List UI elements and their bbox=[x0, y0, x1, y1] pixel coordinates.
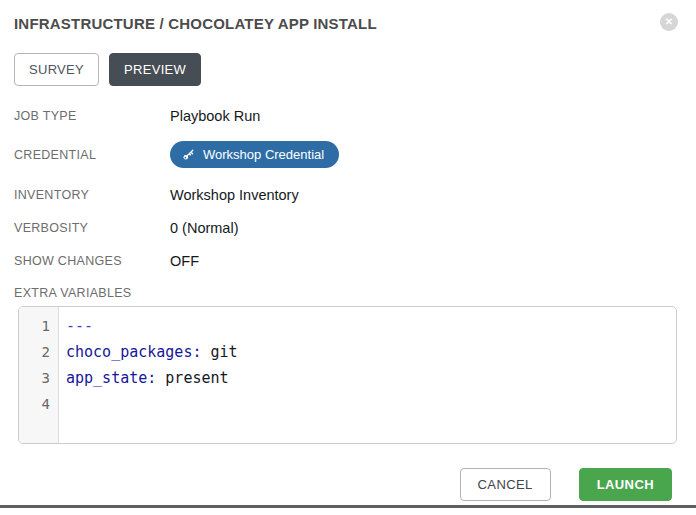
show-changes-label: SHOW CHANGES bbox=[14, 254, 170, 268]
code-line: app_state: present bbox=[66, 365, 676, 391]
detail-row-job-type: JOB TYPE Playbook Run bbox=[14, 108, 696, 124]
credential-tag[interactable]: Workshop Credential bbox=[170, 141, 339, 168]
tab-bar: SURVEY PREVIEW bbox=[14, 53, 696, 86]
close-glyph: ✕ bbox=[665, 17, 673, 27]
editor-code-area[interactable]: --- choco_packages: git app_state: prese… bbox=[59, 307, 676, 443]
code-line bbox=[66, 391, 676, 417]
cancel-button[interactable]: CANCEL bbox=[460, 468, 551, 501]
job-type-label: JOB TYPE bbox=[14, 109, 170, 123]
page-title: INFRASTRUCTURE / CHOCOLATEY APP INSTALL bbox=[14, 15, 377, 33]
yaml-doc-start: --- bbox=[66, 317, 93, 335]
line-number: 1 bbox=[19, 313, 50, 339]
key-icon bbox=[182, 148, 195, 161]
page-bottom-divider bbox=[0, 505, 696, 508]
inventory-value: Workshop Inventory bbox=[170, 187, 299, 203]
tab-preview[interactable]: PREVIEW bbox=[109, 53, 201, 86]
action-bar: CANCEL LAUNCH bbox=[0, 468, 672, 501]
tab-survey[interactable]: SURVEY bbox=[14, 53, 99, 86]
yaml-key: app_state: bbox=[66, 369, 156, 387]
modal-header: INFRASTRUCTURE / CHOCOLATEY APP INSTALL … bbox=[0, 0, 696, 33]
credential-tag-label: Workshop Credential bbox=[203, 147, 324, 162]
detail-row-show-changes: SHOW CHANGES OFF bbox=[14, 253, 696, 269]
credential-label: CREDENTIAL bbox=[14, 148, 170, 162]
code-line: choco_packages: git bbox=[66, 339, 676, 365]
yaml-value: git bbox=[201, 343, 237, 361]
inventory-label: INVENTORY bbox=[14, 188, 170, 202]
extra-variables-label: EXTRA VARIABLES bbox=[14, 286, 696, 300]
verbosity-value: 0 (Normal) bbox=[170, 220, 238, 236]
code-line: --- bbox=[66, 313, 676, 339]
line-number: 2 bbox=[19, 339, 50, 365]
job-launch-preview-modal: INFRASTRUCTURE / CHOCOLATEY APP INSTALL … bbox=[0, 0, 696, 515]
line-number: 3 bbox=[19, 365, 50, 391]
detail-row-verbosity: VERBOSITY 0 (Normal) bbox=[14, 220, 696, 236]
detail-row-credential: CREDENTIAL Workshop Credential bbox=[14, 141, 696, 168]
job-details: JOB TYPE Playbook Run CREDENTIAL Worksho… bbox=[14, 108, 696, 269]
yaml-key: choco_packages: bbox=[66, 343, 201, 361]
launch-button[interactable]: LAUNCH bbox=[579, 468, 672, 501]
detail-row-inventory: INVENTORY Workshop Inventory bbox=[14, 187, 696, 203]
job-type-value: Playbook Run bbox=[170, 108, 260, 124]
line-number: 4 bbox=[19, 391, 50, 417]
show-changes-value: OFF bbox=[170, 253, 199, 269]
extra-variables-editor[interactable]: 1 2 3 4 --- choco_packages: git app_stat… bbox=[18, 306, 677, 444]
yaml-value: present bbox=[156, 369, 228, 387]
verbosity-label: VERBOSITY bbox=[14, 221, 170, 235]
close-icon[interactable]: ✕ bbox=[660, 13, 678, 31]
editor-gutter: 1 2 3 4 bbox=[19, 307, 59, 443]
